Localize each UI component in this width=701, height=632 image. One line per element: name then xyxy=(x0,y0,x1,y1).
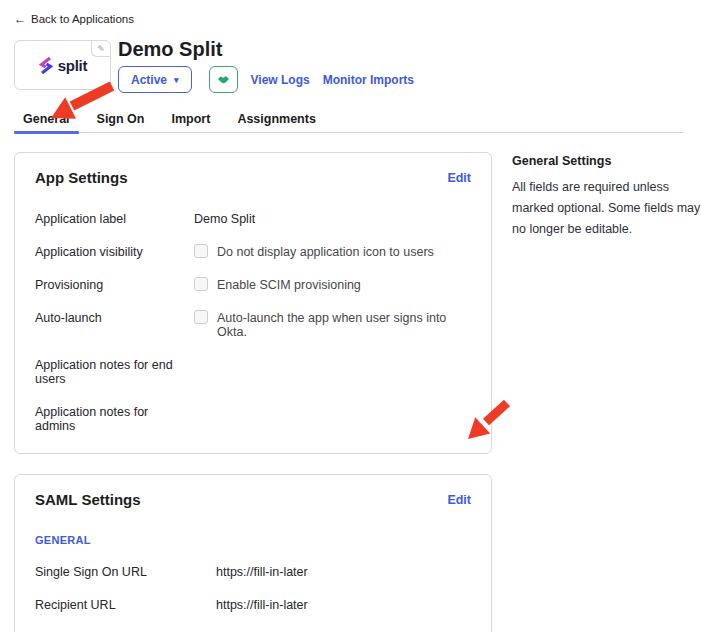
status-dropdown-button[interactable]: Active ▾ xyxy=(118,66,192,93)
auto-launch-checkbox xyxy=(194,310,208,324)
row-notes-admins: Application notes for admins xyxy=(35,405,471,433)
tab-assignments[interactable]: Assignments xyxy=(228,112,325,132)
tab-import[interactable]: Import xyxy=(162,112,219,132)
split-logo-text: split xyxy=(58,57,87,74)
back-to-applications-link[interactable]: ← Back to Applications xyxy=(14,12,134,26)
row-recipient-url: Recipient URL https://fill-in-later xyxy=(35,598,471,612)
monitor-imports-link[interactable]: Monitor Imports xyxy=(323,73,414,87)
page-title: Demo Split xyxy=(118,38,222,61)
main-column: App Settings Edit Application label Demo… xyxy=(14,152,492,632)
saml-general-section-label: GENERAL xyxy=(35,534,471,546)
row-application-visibility: Application visibility Do not display ap… xyxy=(35,245,471,259)
sidebar-help-text: All fields are required unless marked op… xyxy=(512,177,701,240)
help-sidebar: General Settings All fields are required… xyxy=(512,152,701,240)
saml-settings-card: SAML Settings Edit GENERAL Single Sign O… xyxy=(14,474,492,632)
saml-settings-edit-button[interactable]: Edit xyxy=(447,493,471,507)
row-provisioning: Provisioning Enable SCIM provisioning xyxy=(35,278,471,292)
app-settings-edit-button[interactable]: Edit xyxy=(447,171,471,185)
saml-settings-title: SAML Settings xyxy=(35,491,141,508)
okta-verified-button[interactable] xyxy=(209,66,238,93)
visibility-checkbox xyxy=(194,244,208,258)
handshake-icon xyxy=(217,75,230,85)
row-single-sign-on-url: Single Sign On URL https://fill-in-later xyxy=(35,565,471,579)
edit-logo-pencil-icon[interactable]: ✎ xyxy=(91,41,110,57)
row-notes-end-users: Application notes for end users xyxy=(35,358,471,386)
tab-sign-on[interactable]: Sign On xyxy=(88,112,154,132)
okta-app-page: ← Back to Applications split ✎ Demo Spli… xyxy=(0,0,701,632)
tab-general[interactable]: General xyxy=(14,112,79,132)
status-label: Active xyxy=(131,73,167,87)
header-actions: Active ▾ View Logs Monitor Imports xyxy=(118,66,414,93)
back-arrow-icon: ← xyxy=(14,12,26,26)
app-settings-card: App Settings Edit Application label Demo… xyxy=(14,152,492,454)
split-logo-icon xyxy=(38,56,54,75)
row-application-label: Application label Demo Split xyxy=(35,212,471,226)
row-auto-launch: Auto-launch Auto-launch the app when use… xyxy=(35,311,471,339)
app-logo-box[interactable]: split ✎ xyxy=(14,40,111,90)
provisioning-checkbox xyxy=(194,277,208,291)
view-logs-link[interactable]: View Logs xyxy=(251,73,310,87)
tab-bar: General Sign On Import Assignments xyxy=(14,112,683,133)
app-settings-title: App Settings xyxy=(35,169,128,186)
back-label: Back to Applications xyxy=(31,13,134,25)
content-area: App Settings Edit Application label Demo… xyxy=(14,152,701,632)
sidebar-title: General Settings xyxy=(512,154,701,168)
chevron-down-icon: ▾ xyxy=(174,75,179,85)
